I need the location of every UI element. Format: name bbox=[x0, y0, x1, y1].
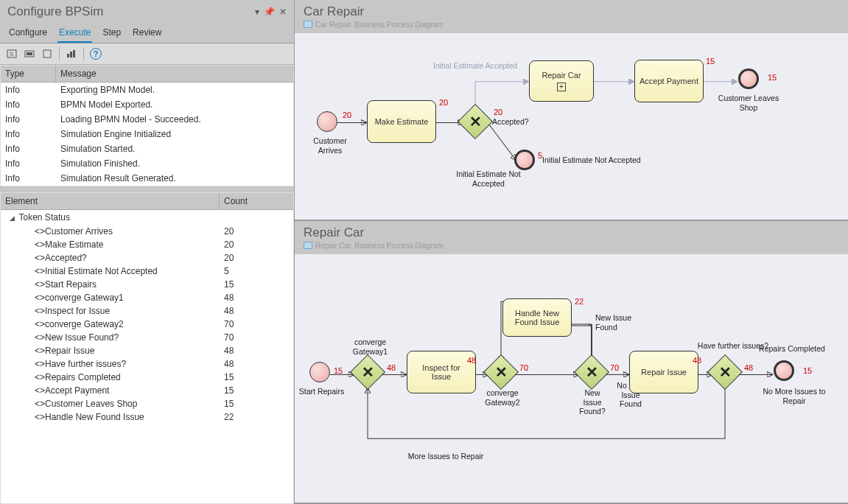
cnt-20c: 20 bbox=[494, 108, 502, 116]
toolbar-btn-3[interactable] bbox=[40, 46, 55, 61]
lbl-init-not-accepted-ev: Initial Estimate Not Accepted bbox=[542, 155, 641, 165]
gateway-further[interactable]: ✕ bbox=[707, 354, 743, 390]
cnt-15b: 15 bbox=[803, 366, 812, 375]
task-repair-issue[interactable]: Repair Issue bbox=[629, 351, 698, 393]
diag1-canvas[interactable]: Customer Arrives 20 Make Estimate 20 ✕ 2… bbox=[295, 33, 848, 220]
element-row[interactable]: <>converge Gateway148 bbox=[1, 291, 293, 304]
task-inspect[interactable]: Inspect for Issue bbox=[407, 351, 476, 393]
diag2-canvas[interactable]: Start Repairs 15 ✕ converge Gateway1 48 … bbox=[295, 254, 848, 503]
diag2-title: Repair Car bbox=[295, 221, 848, 242]
task-handle-new[interactable]: Handle New Found Issue bbox=[502, 298, 572, 337]
diagram-repair-car: Repair Car Repair Car. Business Process … bbox=[295, 221, 848, 504]
element-name: <>Repairs Completed bbox=[1, 371, 220, 384]
lbl-new-issue-found: New Issue Found bbox=[595, 313, 639, 332]
element-row[interactable]: <>Customer Arrives20 bbox=[1, 225, 293, 238]
element-row[interactable]: <>Repairs Completed15 bbox=[1, 371, 293, 384]
message-table: Type Message InfoExporting BPMN Model.In… bbox=[0, 65, 294, 186]
element-count: 48 bbox=[220, 344, 293, 357]
message-row[interactable]: InfoSimulation Started. bbox=[1, 141, 293, 156]
element-count: 5 bbox=[220, 265, 293, 278]
svg-line-10 bbox=[488, 122, 516, 160]
message-row[interactable]: InfoSimulation Finished. bbox=[1, 156, 293, 171]
element-row[interactable]: <>Handle New Found Issue22 bbox=[1, 410, 293, 424]
element-row[interactable]: <>Repair Issue48 bbox=[1, 344, 293, 357]
element-count: 15 bbox=[220, 278, 293, 291]
lbl-accepted: Accepted? bbox=[492, 117, 529, 127]
panel-title-bar: Configure BPSim ▾ 📌 ✕ bbox=[0, 0, 294, 22]
gateway-new-issue[interactable]: ✕ bbox=[574, 354, 609, 390]
diag1-subtitle-text: Car Repair. Business Process Diagram bbox=[315, 21, 443, 29]
tab-configure[interactable]: Configure bbox=[7, 25, 49, 43]
close-icon[interactable]: ✕ bbox=[279, 7, 287, 17]
col-type[interactable]: Type bbox=[1, 66, 56, 82]
element-row[interactable]: <>Initial Estimate Not Accepted5 bbox=[1, 265, 293, 278]
start-event-customer-arrives[interactable] bbox=[317, 111, 337, 132]
toolbar-btn-charts[interactable] bbox=[64, 46, 79, 61]
message-row[interactable]: InfoSimulation Engine Initialized bbox=[1, 127, 293, 141]
subprocess-repair-car[interactable]: Repair Car + bbox=[529, 60, 594, 102]
element-row[interactable]: <>Accepted?20 bbox=[1, 251, 293, 265]
message-text: Simulation Result Generated. bbox=[56, 171, 293, 186]
diag2-subtitle-text: Repair Car. Business Process Diagram bbox=[315, 242, 443, 250]
tab-execute[interactable]: Execute bbox=[57, 25, 92, 43]
element-row[interactable]: <>Customer Leaves Shop15 bbox=[1, 397, 293, 410]
dropdown-icon[interactable]: ▾ bbox=[255, 7, 259, 17]
element-count: 48 bbox=[220, 304, 293, 318]
element-count: 70 bbox=[220, 318, 293, 331]
element-row[interactable]: <>Start Repairs15 bbox=[1, 278, 293, 291]
task-accept-payment[interactable]: Accept Payment bbox=[634, 60, 704, 102]
lbl-start-repairs: Start Repairs bbox=[298, 387, 346, 396]
lbl-customer-arrives: Customer Arrives bbox=[301, 136, 360, 155]
message-row[interactable]: InfoSimulation Result Generated. bbox=[1, 171, 293, 186]
expand-icon[interactable]: + bbox=[557, 83, 566, 91]
end-event-init-not-accepted[interactable] bbox=[514, 150, 535, 170]
task-make-estimate[interactable]: Make Estimate bbox=[367, 100, 436, 143]
task-accept-payment-label: Accept Payment bbox=[639, 77, 698, 85]
col-count[interactable]: Count bbox=[220, 193, 293, 209]
cnt-15a: 15 bbox=[706, 57, 715, 66]
configure-bpsim-panel: Configure BPSim ▾ 📌 ✕ Configure Execute … bbox=[0, 0, 295, 504]
svg-rect-5 bbox=[67, 54, 69, 57]
group-token-status[interactable]: Token Status bbox=[1, 210, 293, 225]
element-row[interactable]: <>Make Estimate20 bbox=[1, 238, 293, 251]
element-count: 15 bbox=[220, 371, 293, 384]
element-row[interactable]: <>Inspect for Issue48 bbox=[1, 304, 293, 318]
end-event-customer-leaves[interactable] bbox=[738, 69, 759, 89]
tab-step[interactable]: Step bbox=[101, 25, 122, 43]
message-row[interactable]: InfoLoading BPMN Model - Succeeded. bbox=[1, 112, 293, 127]
gateway-accepted[interactable]: ✕ bbox=[458, 104, 493, 139]
toolbar-btn-1[interactable]: S bbox=[4, 46, 19, 61]
element-count: 20 bbox=[220, 251, 293, 265]
element-name: <>Repair Issue bbox=[1, 344, 220, 357]
element-name: <>converge Gateway2 bbox=[1, 318, 220, 331]
gateway-converge1[interactable]: ✕ bbox=[350, 354, 385, 390]
element-row[interactable]: <>New Issue Found?70 bbox=[1, 331, 293, 344]
message-type: Info bbox=[1, 141, 56, 156]
element-row[interactable]: <>Have further issues?48 bbox=[1, 357, 293, 371]
element-row[interactable]: <>converge Gateway270 bbox=[1, 318, 293, 331]
tab-review[interactable]: Review bbox=[131, 25, 163, 43]
message-type: Info bbox=[1, 112, 56, 127]
pin-icon[interactable]: 📌 bbox=[264, 7, 275, 17]
help-icon[interactable]: ? bbox=[88, 46, 103, 61]
task-repair-issue-label: Repair Issue bbox=[641, 368, 687, 377]
toolbar-btn-2[interactable] bbox=[22, 46, 37, 61]
diagram-icon bbox=[304, 21, 312, 28]
end-event-completed[interactable] bbox=[774, 360, 794, 381]
diag1-title: Car Repair bbox=[295, 0, 848, 21]
element-name: <>Accepted? bbox=[1, 251, 220, 265]
col-element[interactable]: Element bbox=[1, 193, 220, 209]
element-name: <>Inspect for Issue bbox=[1, 304, 220, 318]
start-event-start-repairs[interactable] bbox=[309, 362, 330, 382]
cnt-70b: 70 bbox=[610, 363, 619, 372]
svg-text:S: S bbox=[10, 51, 13, 57]
gateway-converge2[interactable]: ✕ bbox=[483, 354, 519, 390]
message-type: Info bbox=[1, 171, 56, 186]
message-row[interactable]: InfoBPMN Model Exported. bbox=[1, 97, 293, 112]
cnt-20b: 20 bbox=[439, 98, 448, 107]
element-count: 15 bbox=[220, 397, 293, 410]
message-row[interactable]: InfoExporting BPMN Model. bbox=[1, 83, 293, 97]
element-name: <>converge Gateway1 bbox=[1, 291, 220, 304]
col-message[interactable]: Message bbox=[56, 66, 293, 82]
element-row[interactable]: <>Accept Payment15 bbox=[1, 384, 293, 397]
